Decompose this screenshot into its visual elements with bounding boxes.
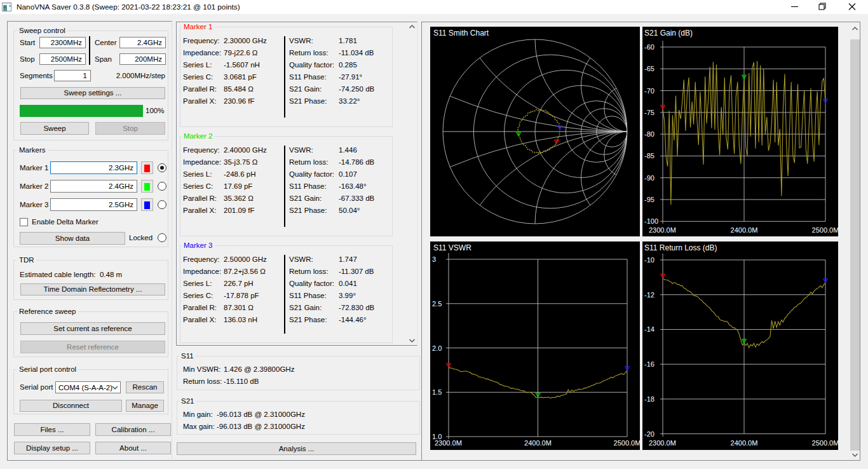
svg-text:3: 3: [432, 255, 436, 263]
svg-text:-75: -75: [644, 109, 654, 116]
svg-text:2300.0M: 2300.0M: [435, 439, 462, 447]
svg-text:-12: -12: [644, 291, 654, 299]
svg-text:-95: -95: [644, 196, 654, 203]
svg-text:-20: -20: [644, 430, 654, 438]
svg-text:-14: -14: [644, 325, 654, 333]
svg-text:-16: -16: [644, 360, 654, 368]
svg-text:-10: -10: [644, 256, 654, 264]
svg-text:S11 VSWR: S11 VSWR: [433, 243, 471, 252]
svg-text:2.0: 2.0: [432, 344, 442, 352]
svg-text:2400.0M: 2400.0M: [731, 226, 758, 234]
svg-text:-18: -18: [644, 395, 654, 403]
svg-text:2500.0M: 2500.0M: [614, 439, 640, 447]
svg-text:2.5: 2.5: [432, 300, 442, 308]
svg-text:2300.0M: 2300.0M: [649, 439, 676, 447]
svg-text:-85: -85: [644, 152, 654, 160]
svg-text:2300.0M: 2300.0M: [649, 226, 676, 234]
svg-text:S11 Smith Chart: S11 Smith Chart: [433, 29, 489, 37]
svg-text:2400.0M: 2400.0M: [731, 439, 758, 447]
svg-text:-60: -60: [644, 43, 654, 51]
svg-text:S21 Gain (dB): S21 Gain (dB): [644, 29, 693, 37]
svg-text:-80: -80: [644, 130, 654, 138]
svg-text:-70: -70: [644, 87, 654, 95]
svg-text:-65: -65: [644, 65, 654, 72]
svg-text:1.5: 1.5: [432, 388, 442, 396]
svg-text:2500.0M: 2500.0M: [812, 226, 838, 234]
svg-text:-90: -90: [644, 174, 654, 182]
svg-text:2400.0M: 2400.0M: [524, 439, 552, 447]
svg-text:2500.0M: 2500.0M: [812, 439, 838, 447]
svg-text:S11 Return Loss (dB): S11 Return Loss (dB): [644, 243, 717, 252]
svg-text:-100: -100: [644, 217, 658, 225]
